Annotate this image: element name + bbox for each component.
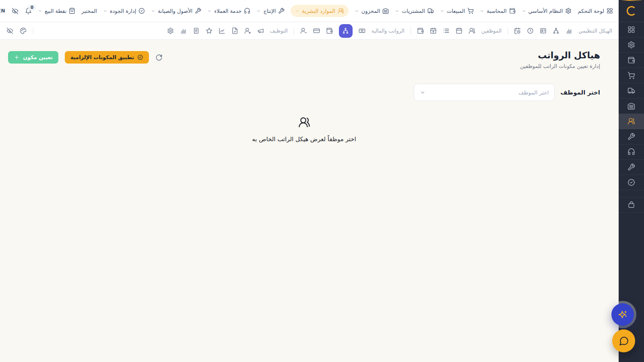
sidebar-item-wrench[interactable] [619,129,644,144]
truck-icon [627,87,635,95]
toolbar-wallet-button[interactable] [326,27,333,34]
chevron-down-icon [355,9,359,13]
toolbar-banknote-button[interactable] [359,27,365,34]
sidebar-item-truck[interactable] [619,83,644,99]
toolbar-calendar-clock-button[interactable] [514,27,521,34]
page-title: هياكل الرواتب [520,50,600,60]
toolbar-user-minus-button[interactable] [300,27,307,34]
chevron-down-icon [440,9,444,13]
badge-check-icon [138,8,145,14]
wrench-icon [278,8,285,14]
ai-assistant-button[interactable] [611,303,634,326]
sidebar-item-badge-check[interactable] [619,175,644,190]
assign-component-button[interactable]: تعيين مكون [8,51,58,64]
sidebar-item-gear[interactable] [619,37,644,53]
nav-item-label: الأصول والصيانة [158,8,192,14]
toolbar-eye-off-button[interactable] [6,27,13,34]
toolbar-credit-card-button[interactable] [313,27,320,34]
nav-item-label: خدمة العملاء [214,8,242,14]
page-subtitle: إدارة تعيين مكونات الراتب للموظفين [520,63,600,69]
plus-icon [14,54,20,60]
sidebar-item-wallet[interactable] [619,53,644,68]
warehouse-icon [627,102,635,110]
toolbar-calendar-plus-button[interactable] [430,27,437,34]
handbag-icon [627,201,635,209]
file-check-icon [231,27,238,34]
sidebar-item-warehouse[interactable] [619,99,644,114]
toolbar-org-tree-button[interactable] [339,24,353,38]
nav-item-label: النظام الأساسي [528,8,563,14]
toolbar-chart-line-button[interactable] [219,27,225,34]
toolbar-megaphone-button[interactable] [257,27,264,34]
nav-item-quality-management[interactable]: إدارة الجودة [103,8,145,14]
sidebar-item-headset[interactable] [619,144,644,160]
sidebar-item-grid[interactable] [619,22,644,37]
nav-item-customer-service[interactable]: خدمة العملاء [207,8,250,14]
toolbar-divider [411,28,411,34]
refresh-icon [155,54,163,61]
toolbar-gear-button[interactable] [167,27,174,34]
sidebar-item-cart[interactable] [619,68,644,83]
assign-component-label: تعيين مكون [23,54,53,60]
language-switch-button[interactable]: EN [0,8,5,14]
chevron-down-icon [103,9,107,13]
toolbar-wallet-button[interactable] [417,27,424,34]
credit-card-icon [313,27,320,34]
toolbar-divider [294,28,294,34]
headset-icon [627,148,635,156]
topnav-end-cluster: 0 EN [0,1,32,21]
toolbar-clock-button[interactable] [527,27,534,34]
nav-item-inventory[interactable]: المخزون [355,8,389,14]
toolbar-users-button[interactable] [469,27,475,34]
nav-item-human-resources[interactable]: الموارد البشرية [291,5,348,17]
nav-item-core-system[interactable]: النظام الأساسي [522,8,572,14]
chat-support-button[interactable] [612,329,635,352]
nav-item-pos[interactable]: نقطة البيع [38,8,75,14]
toolbar-id-card-button[interactable] [540,27,547,34]
wrench-icon [627,163,635,171]
toolbar-list-button[interactable] [443,27,450,34]
toolbar-star-button[interactable] [206,27,213,34]
refresh-button[interactable] [155,54,163,61]
nav-item-label: المشتريات [402,8,425,14]
palette-icon [20,27,27,34]
employee-select-row: اختر الموظف اختر الموظف [8,84,600,101]
employee-select-label: اختر الموظف [560,89,600,96]
toolbar-palette-button[interactable] [20,27,27,34]
org-tree-icon [342,27,349,34]
toolbar-chart-bars-button[interactable] [566,27,572,34]
check-circle-icon [137,54,143,60]
gear-icon [565,8,572,14]
apply-mandatory-components-button[interactable]: تطبيق المكونات الإلزامية [65,51,149,64]
sparkles-icon [617,309,628,320]
sparkles-icon [617,309,628,320]
nav-item-purchases[interactable]: المشتريات [395,8,434,14]
eye-off-icon [12,8,19,14]
sidebar-item-handbag[interactable] [619,197,644,213]
nav-item-dashboard[interactable]: لوحة التحكم [578,8,613,14]
employee-select-dropdown[interactable]: اختر الموظف [414,84,555,101]
toolbar-org-tree-button[interactable] [553,27,559,34]
chevron-down-icon [207,9,212,13]
nav-item-laboratory[interactable]: المختبر [81,8,97,14]
sidebar-item-users[interactable] [619,114,644,129]
nav-item-assets-maintenance[interactable]: الأصول والصيانة [151,8,201,14]
nav-item-sales[interactable]: المبيعات [440,8,474,14]
cart-icon [467,8,474,14]
toolbar-chart-bars-button[interactable] [180,27,187,34]
sidebar-item-wrench[interactable] [619,160,644,175]
notifications-button[interactable]: 0 [25,8,32,14]
loading-spinner-icon [627,6,636,16]
apply-mandatory-label: تطبيق المكونات الإلزامية [70,54,134,60]
nav-item-accounting[interactable]: المحاسبة [480,8,515,14]
toolbar-user-plus-button[interactable] [244,27,251,34]
nav-item-label: المخزون [361,8,380,14]
visibility-toggle-button[interactable] [12,8,19,14]
toolbar-doc-lines-button[interactable] [193,27,200,34]
module-toolbar: الهيكل التنظيميالموظفينالرواتب والماليةا… [0,22,619,40]
truck-icon [427,8,434,14]
nav-item-production[interactable]: الإنتاج [256,8,285,14]
toolbar-file-check-button[interactable] [231,27,238,34]
toolbar-calendar-button[interactable] [456,27,462,34]
employees-icon [298,116,310,128]
